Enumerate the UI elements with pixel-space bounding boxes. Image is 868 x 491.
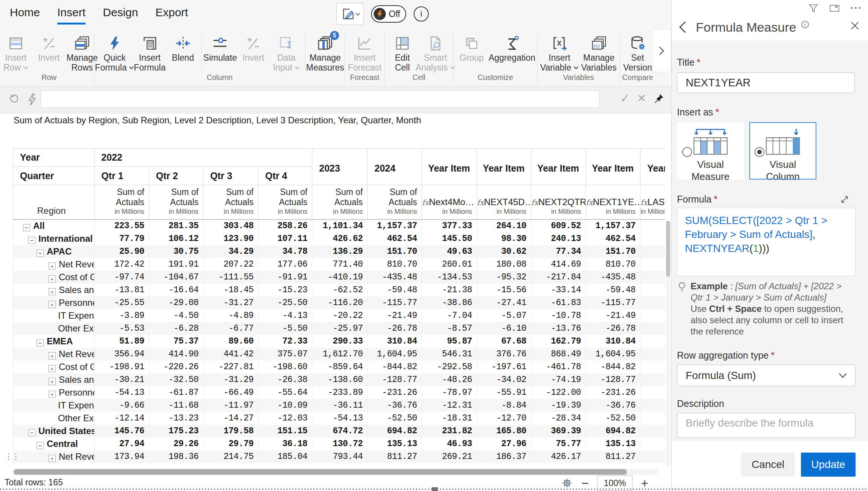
cell[interactable] bbox=[640, 296, 665, 309]
visual-column-option[interactable]: Visual Column bbox=[749, 122, 816, 180]
cell[interactable]: -115.77 bbox=[586, 296, 640, 309]
measure-header[interactable]: fxLAST…in Millions bbox=[640, 185, 665, 219]
set-version-button[interactable]: Set Version bbox=[621, 33, 654, 73]
cell[interactable]: 67.68 bbox=[477, 335, 531, 348]
cell[interactable]: 77.34 bbox=[531, 245, 586, 258]
cell[interactable]: -6.28 bbox=[149, 322, 203, 335]
cell[interactable]: -220.26 bbox=[149, 361, 203, 373]
col-header[interactable]: Year Item bbox=[586, 149, 640, 185]
cell[interactable]: 77.79 bbox=[95, 232, 149, 245]
cell[interactable] bbox=[640, 425, 665, 437]
cell[interactable]: -9.66 bbox=[95, 399, 149, 412]
col-header-quarter[interactable]: Qtr 2 bbox=[149, 167, 203, 185]
cell[interactable]: 107.11 bbox=[258, 232, 312, 245]
cell[interactable]: -97.74 bbox=[95, 271, 149, 284]
cell[interactable]: 426.17 bbox=[531, 450, 586, 463]
cell[interactable]: -11.68 bbox=[149, 399, 203, 412]
row-label[interactable]: Other Expe… bbox=[13, 412, 95, 425]
cell[interactable]: 240.13 bbox=[531, 232, 586, 245]
cell[interactable]: -12.14 bbox=[95, 412, 149, 425]
title-input[interactable] bbox=[677, 72, 855, 93]
cell[interactable]: -55.64 bbox=[258, 386, 312, 399]
cell[interactable]: -30.21 bbox=[95, 373, 149, 386]
cell[interactable]: -217.84 bbox=[531, 271, 586, 284]
cell[interactable]: -25.55 bbox=[95, 296, 149, 309]
cell[interactable]: -115.77 bbox=[368, 296, 422, 309]
measure-header[interactable]: fxNext4Mo…in Millions bbox=[422, 185, 477, 219]
expand-icon[interactable]: + bbox=[49, 275, 56, 282]
cell[interactable]: 214.75 bbox=[203, 450, 258, 463]
cell[interactable]: -8.84 bbox=[477, 399, 531, 412]
cell[interactable]: -292.58 bbox=[422, 361, 477, 373]
col-header[interactable]: 2023 bbox=[312, 149, 368, 185]
radio-unselected[interactable] bbox=[682, 147, 692, 157]
cell[interactable]: -52.50 bbox=[586, 412, 640, 425]
cell[interactable]: -91.91 bbox=[258, 271, 312, 284]
col-header[interactable]: Year Item bbox=[477, 149, 531, 185]
pin-icon[interactable] bbox=[654, 93, 664, 104]
cell[interactable]: 46.93 bbox=[422, 437, 477, 450]
cell[interactable]: 29.26 bbox=[149, 437, 203, 450]
aggregation-button[interactable]: Aggregation bbox=[488, 33, 536, 63]
cell[interactable]: 151.70 bbox=[586, 245, 640, 258]
cell[interactable]: -13.76 bbox=[531, 322, 586, 335]
cell[interactable]: -10.09 bbox=[258, 399, 312, 412]
cell[interactable]: -461.78 bbox=[531, 361, 586, 373]
cell[interactable]: -20.22 bbox=[312, 309, 368, 322]
cell[interactable] bbox=[640, 219, 665, 232]
cell[interactable] bbox=[640, 437, 665, 450]
cell[interactable]: -61.87 bbox=[149, 386, 203, 399]
cell[interactable]: -111.55 bbox=[203, 271, 258, 284]
cell[interactable]: 162.79 bbox=[531, 335, 586, 348]
row-label[interactable]: −EMEA bbox=[13, 335, 95, 348]
cell[interactable]: 151.15 bbox=[258, 425, 312, 437]
row-label[interactable]: +Personnel C… bbox=[13, 386, 95, 399]
cell[interactable]: 177.06 bbox=[258, 258, 312, 271]
expand-icon[interactable] bbox=[829, 4, 840, 13]
visual-measure-option[interactable]: Visual Measure bbox=[677, 122, 744, 180]
cell[interactable]: 191.91 bbox=[149, 258, 203, 271]
cell[interactable]: -62.52 bbox=[312, 284, 368, 296]
expand-icon[interactable]: + bbox=[49, 352, 56, 359]
cell[interactable]: 123.90 bbox=[203, 232, 258, 245]
cell[interactable]: -27.41 bbox=[477, 296, 531, 309]
cell[interactable] bbox=[640, 309, 665, 322]
formula-editor[interactable]: SUM(SELECT([2022 > Qtr 1 > February > Su… bbox=[677, 208, 856, 276]
cell[interactable]: 260.01 bbox=[422, 258, 477, 271]
cell[interactable]: -138.60 bbox=[312, 373, 368, 386]
cell[interactable]: 546.31 bbox=[422, 348, 477, 361]
cell[interactable]: -122.00 bbox=[531, 386, 586, 399]
measure-header[interactable]: fxNEXT2QTRin Millions bbox=[531, 185, 586, 219]
cell[interactable]: 95.87 bbox=[422, 335, 477, 348]
cell[interactable] bbox=[640, 258, 665, 271]
cell[interactable]: -21.49 bbox=[586, 309, 640, 322]
cell[interactable]: 175.23 bbox=[149, 425, 203, 437]
cell[interactable]: -410.19 bbox=[312, 271, 368, 284]
cell[interactable]: 426.62 bbox=[312, 232, 368, 245]
cell[interactable] bbox=[640, 361, 665, 373]
cell[interactable]: -198.60 bbox=[258, 361, 312, 373]
cell[interactable]: 1,604.95 bbox=[586, 348, 640, 361]
row-label[interactable]: −All bbox=[13, 219, 95, 232]
horizontal-scrollbar-thumb[interactable] bbox=[14, 469, 627, 475]
cell[interactable]: 811.27 bbox=[368, 450, 422, 463]
measure-header[interactable]: Sum ofActualsin Millions bbox=[258, 185, 312, 219]
cell[interactable]: 151.70 bbox=[368, 245, 422, 258]
cell[interactable]: -15.56 bbox=[477, 284, 531, 296]
radio-selected[interactable] bbox=[755, 147, 764, 157]
cell[interactable]: -13.23 bbox=[149, 412, 203, 425]
cell[interactable]: 1,612.70 bbox=[312, 348, 368, 361]
cell[interactable] bbox=[640, 412, 665, 425]
cell[interactable]: 1,604.95 bbox=[368, 348, 422, 361]
insert-forecast-button[interactable]: Insert Forecast bbox=[347, 33, 383, 73]
collapse-icon[interactable]: − bbox=[28, 237, 35, 244]
cell[interactable] bbox=[640, 399, 665, 412]
expand-icon[interactable]: + bbox=[49, 378, 56, 385]
cell[interactable]: 414.90 bbox=[149, 348, 203, 361]
row-label[interactable]: +Sales and M… bbox=[13, 373, 95, 386]
col-header[interactable]: 2022 bbox=[95, 149, 312, 167]
row-label[interactable]: +Cost of Goo… bbox=[13, 271, 95, 284]
cell[interactable]: 136.29 bbox=[312, 245, 368, 258]
cell[interactable]: 303.48 bbox=[203, 219, 258, 232]
cell[interactable] bbox=[640, 386, 665, 399]
